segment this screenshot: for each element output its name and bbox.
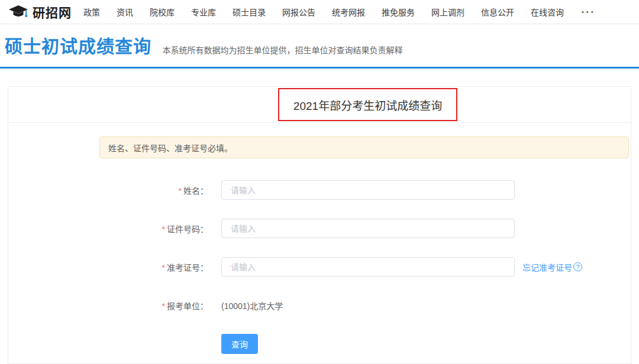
form-row-submit: 查询 [8,334,631,353]
id-number-input[interactable] [221,219,515,238]
top-navigation-bar: 研招网 政策 资讯 院校库 专业库 硕士目录 网报公告 统考网报 推免服务 网上… [0,0,639,24]
nav-item-master-catalog[interactable]: 硕士目录 [233,6,266,18]
required-asterisk: * [162,263,165,272]
query-button[interactable]: 查询 [221,334,258,354]
report-unit-label: *报考单位： [99,300,208,311]
nav-item-major-library[interactable]: 专业库 [191,6,216,18]
admission-ticket-input[interactable] [221,257,515,277]
panel-header: 2021年部分考生初试成绩查询 [8,87,631,123]
name-label: *姓名： [99,184,208,196]
required-fields-notice: 姓名、证件号码、准考证号必填。 [99,136,629,158]
nav-item-info-disclosure[interactable]: 信息公开 [481,6,514,18]
admission-ticket-label: *准考证号： [99,261,208,273]
main-menu: 政策 资讯 院校库 专业库 硕士目录 网报公告 统考网报 推免服务 网上调剂 信… [83,6,596,18]
site-logo[interactable]: 研招网 [8,3,72,21]
page-title: 硕士初试成绩查询 [5,35,151,58]
nav-item-online-consultation[interactable]: 在线咨询 [531,6,564,18]
panel-title: 2021年部分考生初试成绩查询 [293,97,442,113]
form-row-name: *姓名： [8,180,631,200]
nav-item-online-adjustment[interactable]: 网上调剂 [431,6,464,18]
nav-item-college-library[interactable]: 院校库 [150,6,175,18]
report-unit-value: (10001)北京大学 [221,300,283,311]
query-form: *姓名： *证件号码： *准考证号： 忘记准考证号? *报考单位： (10001… [8,180,631,353]
nav-item-registration-notice[interactable]: 网报公告 [282,6,315,18]
form-row-admission-ticket: *准考证号： 忘记准考证号? [8,257,631,277]
nav-item-unified-exam-registration[interactable]: 统考网报 [332,6,365,18]
notice-text: 姓名、证件号码、准考证号必填。 [108,142,233,154]
name-input[interactable] [221,180,515,200]
form-row-report-unit: *报考单位： (10001)北京大学 [8,295,631,315]
form-row-id-number: *证件号码： [8,219,631,238]
query-panel: 2021年部分考生初试成绩查询 姓名、证件号码、准考证号必填。 *姓名： *证件… [8,86,631,364]
graduation-cap-icon [8,5,33,20]
id-number-label: *证件号码： [99,223,208,235]
forgot-ticket-link[interactable]: 忘记准考证号? [522,261,582,273]
question-mark-icon[interactable]: ? [573,262,582,271]
page-subtitle: 本系统所有数据均为招生单位提供，招生单位对查询结果负责解释 [162,43,402,58]
required-asterisk: * [162,301,165,311]
nav-item-news[interactable]: 资讯 [117,6,133,18]
more-menu-icon[interactable]: ••• [582,8,596,15]
site-logo-text: 研招网 [33,3,72,21]
nav-item-policy[interactable]: 政策 [83,6,100,18]
required-asterisk: * [162,225,165,234]
nav-item-exemption-service[interactable]: 推免服务 [382,6,415,18]
page-header: 硕士初试成绩查询 本系统所有数据均为招生单位提供，招生单位对查询结果负责解释 [0,24,639,69]
required-asterisk: * [179,186,182,196]
annotation-highlight-box: 2021年部分考生初试成绩查询 [278,88,457,121]
